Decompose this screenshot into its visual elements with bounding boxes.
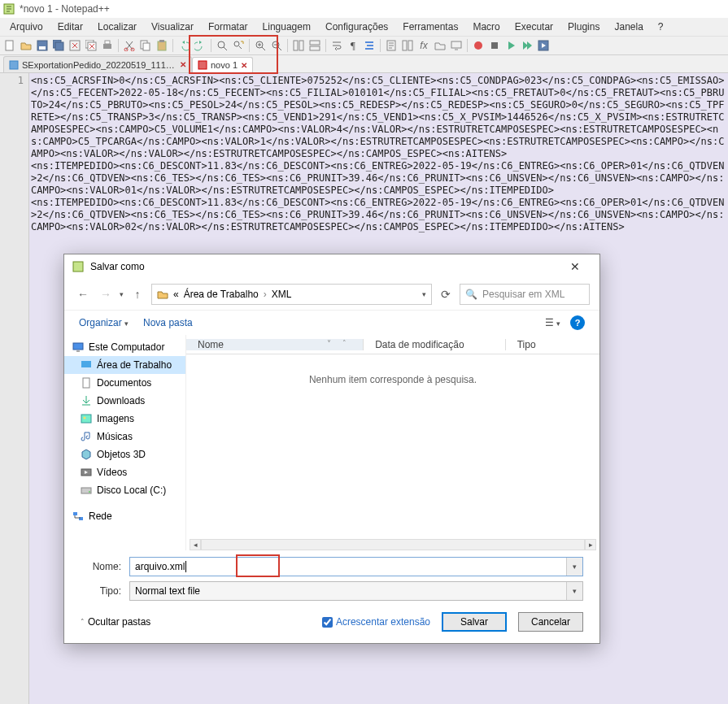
append-extension-input[interactable] — [322, 617, 333, 628]
function-list-icon[interactable]: fx — [417, 39, 430, 52]
nav-label: Área de Trabalho — [97, 359, 172, 371]
save-icon[interactable] — [36, 39, 49, 52]
breadcrumb[interactable]: « Área de Trabalho › XML ▾ — [151, 284, 432, 305]
hide-folders-toggle[interactable]: ˄ Ocultar pastas — [81, 616, 150, 628]
wordwrap-icon[interactable] — [330, 39, 343, 52]
save-all-icon[interactable] — [52, 39, 65, 52]
find-icon[interactable] — [216, 39, 229, 52]
sync-vert-icon[interactable] — [292, 39, 305, 52]
zoom-in-icon[interactable] — [254, 39, 267, 52]
menu-linguagem[interactable]: Linguagem — [256, 20, 317, 34]
play-macro-icon[interactable] — [504, 39, 517, 52]
search-input[interactable]: 🔍 Pesquisar em XML — [460, 284, 590, 305]
tab-file-1[interactable]: SExportationPedido_20220519_111534.log ✕ — [3, 56, 192, 72]
sync-horiz-icon[interactable] — [308, 39, 321, 52]
copy-icon[interactable] — [139, 39, 152, 52]
print-icon[interactable] — [101, 39, 114, 52]
menu-executar[interactable]: Executar — [508, 20, 560, 34]
menu-visualizar[interactable]: Visualizar — [145, 20, 200, 34]
refresh-button[interactable]: ⟳ — [437, 285, 455, 303]
folder-workspace-icon[interactable] — [434, 39, 447, 52]
menu-janela[interactable]: Janela — [608, 20, 649, 34]
filetype-dropdown[interactable]: ▾ — [566, 582, 582, 600]
window-titlebar: *novo 1 - Notepad++ — [0, 0, 728, 18]
close-file-icon[interactable] — [68, 39, 81, 52]
cut-icon[interactable] — [123, 39, 136, 52]
doc-map-icon[interactable] — [385, 39, 398, 52]
cube-icon — [81, 449, 92, 460]
breadcrumb-part[interactable]: XML — [272, 289, 292, 300]
record-macro-icon[interactable] — [472, 39, 485, 52]
view-options-button[interactable]: ☰ ▾ — [545, 317, 560, 328]
nav-this-pc[interactable]: Este Computador — [64, 338, 185, 356]
nav-3d-objects[interactable]: Objetos 3D — [64, 445, 185, 463]
tab-bar: SExportationPedido_20220519_111534.log ✕… — [0, 55, 728, 73]
redo-icon[interactable] — [194, 39, 207, 52]
menu-configuracoes[interactable]: Configurações — [319, 20, 395, 34]
save-macro-icon[interactable] — [537, 39, 550, 52]
menu-help[interactable]: ? — [652, 20, 670, 34]
save-button[interactable]: Salvar — [442, 612, 507, 632]
filename-input[interactable]: arquivo.xml ▾ — [129, 557, 583, 576]
nav-label: Objetos 3D — [97, 449, 146, 460]
nav-downloads[interactable]: Downloads — [64, 392, 185, 410]
doc-list-icon[interactable] — [401, 39, 414, 52]
new-folder-button[interactable]: Nova pasta — [143, 317, 193, 328]
menu-macro[interactable]: Macro — [466, 20, 506, 34]
up-button[interactable]: ↑ — [129, 285, 146, 303]
breadcrumb-dropdown[interactable]: ▾ — [422, 290, 426, 298]
nav-label: Documentos — [97, 377, 151, 389]
menu-ferramentas[interactable]: Ferramentas — [396, 20, 464, 34]
organize-menu[interactable]: Organizar ▾ — [79, 317, 129, 328]
close-all-icon[interactable] — [85, 39, 98, 52]
horiz-scrollbar[interactable]: ◂ ▸ — [186, 539, 599, 550]
filename-dropdown[interactable]: ▾ — [566, 558, 582, 576]
tab-close-icon[interactable]: ✕ — [241, 61, 247, 70]
cancel-button[interactable]: Cancelar — [518, 612, 583, 632]
open-file-icon[interactable] — [20, 39, 33, 52]
nav-label: Rede — [89, 511, 112, 522]
menu-editar[interactable]: Editar — [51, 20, 89, 34]
indent-guide-icon[interactable] — [363, 39, 376, 52]
nav-pictures[interactable]: Imagens — [64, 410, 185, 428]
menu-formatar[interactable]: Formatar — [202, 20, 255, 34]
forward-button[interactable]: → — [97, 285, 115, 303]
menu-localizar[interactable]: Localizar — [91, 20, 143, 34]
col-date[interactable]: Data de modificação — [364, 339, 506, 350]
show-all-chars-icon[interactable]: ¶ — [347, 39, 360, 52]
menu-arquivo[interactable]: Arquivo — [3, 20, 50, 34]
play-multi-icon[interactable] — [521, 39, 534, 52]
svg-rect-30 — [491, 42, 498, 49]
nav-label: Este Computador — [89, 341, 164, 353]
stop-macro-icon[interactable] — [488, 39, 501, 52]
nav-local-disk[interactable]: Disco Local (C:) — [64, 481, 185, 499]
svg-rect-37 — [83, 378, 89, 388]
zoom-out-icon[interactable] — [270, 39, 283, 52]
monitor-icon[interactable] — [450, 39, 463, 52]
window-title: *novo 1 - Notepad++ — [20, 3, 110, 15]
new-file-icon[interactable] — [3, 39, 16, 52]
menu-plugins[interactable]: Plugins — [561, 20, 606, 34]
history-dropdown[interactable]: ▾ — [120, 290, 124, 298]
scroll-right-icon[interactable]: ▸ — [585, 539, 596, 550]
back-button[interactable]: ← — [74, 285, 92, 303]
append-extension-checkbox[interactable]: Acrescentar extensão — [322, 616, 430, 628]
scroll-left-icon[interactable]: ◂ — [190, 539, 201, 550]
breadcrumb-part[interactable]: Área de Trabalho — [184, 289, 259, 300]
nav-desktop[interactable]: Área de Trabalho — [64, 356, 185, 374]
nav-network[interactable]: Rede — [64, 507, 185, 525]
dialog-close-button[interactable]: ✕ — [559, 255, 591, 278]
tab-close-icon[interactable]: ✕ — [180, 60, 186, 69]
replace-icon[interactable] — [232, 39, 245, 52]
undo-icon[interactable] — [177, 39, 190, 52]
col-type[interactable]: Tipo — [506, 339, 599, 350]
col-name[interactable]: Nome ˄ ˅ — [186, 339, 364, 350]
filetype-select[interactable]: Normal text file ▾ — [129, 581, 583, 601]
help-icon[interactable]: ? — [570, 315, 585, 330]
nav-videos[interactable]: Vídeos — [64, 463, 185, 481]
nav-documents[interactable]: Documentos — [64, 374, 185, 392]
tab-file-2[interactable]: novo 1 ✕ — [192, 57, 253, 73]
paste-icon[interactable] — [155, 39, 168, 52]
svg-rect-26 — [403, 41, 407, 50]
nav-music[interactable]: Músicas — [64, 428, 185, 445]
